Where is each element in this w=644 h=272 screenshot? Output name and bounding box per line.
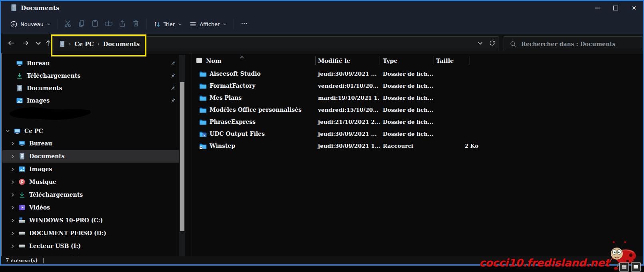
document-icon: [18, 153, 26, 160]
file-rows: Aiseesoft Studiojeudi:30/09/2021 ...Doss…: [193, 68, 643, 152]
chevron-right-icon: [10, 141, 18, 146]
column-separator[interactable]: [380, 56, 380, 65]
share-icon: [118, 19, 126, 29]
plus-circle-icon: [10, 20, 18, 28]
column-header-modifie-le[interactable]: Modifié le: [315, 57, 380, 64]
pin-icon: [170, 73, 176, 79]
sort-button[interactable]: Trier: [150, 18, 186, 30]
more-options-button[interactable]: [237, 17, 251, 31]
delete-button[interactable]: [129, 17, 143, 31]
sidebar-item-windows-10-pro-c[interactable]: WINDOWS 10-PRO (C:): [2, 214, 180, 227]
screen: Documents ✕ Nouveau Trie: [0, 0, 644, 272]
music-icon: [18, 178, 26, 185]
paste-button[interactable]: [88, 17, 102, 31]
sidebar-item-videos[interactable]: Vidéos: [2, 201, 180, 214]
sidebar-item-lecteur-usb-i[interactable]: Lecteur USB (I:): [2, 240, 180, 252]
svg-text:U: U: [203, 133, 205, 136]
close-button[interactable]: ✕: [625, 1, 643, 14]
cut-button[interactable]: [61, 17, 75, 31]
command-toolbar: Nouveau Trier Afficher: [1, 14, 643, 34]
sidebar-item-ce-pc[interactable]: Ce PC: [2, 125, 180, 137]
maximize-button[interactable]: [606, 1, 625, 14]
column-separator[interactable]: [434, 56, 434, 65]
pc-icon: [14, 127, 21, 135]
minimize-button[interactable]: [588, 1, 606, 14]
file-row-modeles-office-personnalises[interactable]: Modèles Office personnalisésvendredi:15/…: [193, 104, 643, 116]
redaction-scribble: [8, 114, 93, 122]
file-type-cell: Dossier de fich...: [380, 107, 434, 113]
column-header-taille[interactable]: Taille: [434, 57, 482, 64]
folder-icon: [199, 119, 207, 125]
share-button[interactable]: [116, 17, 129, 31]
file-row-winstep[interactable]: Winstepjeudi:30/09/2021 1...Raccourci2 K…: [193, 140, 643, 152]
file-name-label: Modèles Office personnalisés: [210, 107, 302, 113]
address-dropdown-button[interactable]: [474, 38, 486, 50]
sidebar-item-telechargements[interactable]: Téléchargements: [2, 69, 180, 82]
copy-button[interactable]: [75, 17, 88, 31]
sidebar-item-label: Bureau: [27, 60, 50, 66]
file-row-formatfactory[interactable]: FormatFactoryvendredi:01/10/20...Dossier…: [193, 80, 643, 92]
file-row-aiseesoft-studio[interactable]: Aiseesoft Studiojeudi:30/09/2021 ...Doss…: [193, 68, 643, 80]
minimize-icon: [595, 8, 600, 8]
file-row-udc-output-files[interactable]: UUDC Output Filesjeudi:30/09/2021 ...Dos…: [193, 128, 643, 140]
window-controls: ✕: [588, 1, 643, 14]
status-divider: |: [43, 258, 44, 263]
chevron-right-icon: [10, 205, 18, 210]
sort-button-label: Trier: [164, 21, 175, 27]
sidebar-item-musique[interactable]: Musique: [2, 175, 180, 188]
chevron-down-icon: [178, 22, 182, 26]
udc-folder-icon: U: [199, 131, 207, 137]
sidebar-item-label: Ce PC: [24, 128, 43, 134]
file-name-cell: PhraseExpress: [193, 119, 315, 125]
back-button[interactable]: [5, 38, 17, 50]
sidebar-item-label: Téléchargements: [27, 73, 80, 79]
scissors-icon: [64, 19, 72, 29]
titlebar: Documents ✕: [1, 1, 643, 14]
toolbar-separator: [58, 19, 58, 29]
sidebar-item-telechargements[interactable]: Téléchargements: [2, 188, 180, 201]
sidebar-item-document-perso-d[interactable]: DOCUMENT PERSO (D:): [2, 227, 180, 240]
sidebar-item-label: Téléchargements: [29, 191, 83, 198]
file-modified-cell: jeudi:30/09/2021 1...: [315, 143, 380, 149]
file-row-mes-plans[interactable]: Mes Plansmardi:19/10/2021 1...Dossier de…: [193, 92, 643, 104]
folder-icon: [199, 83, 207, 89]
sidebar-scrollbar[interactable]: [179, 55, 185, 256]
breadcrumb-highlight-annotation: [51, 34, 146, 56]
images-icon: [16, 97, 23, 104]
window-title: Documents: [21, 4, 60, 12]
column-header-type[interactable]: Type: [380, 57, 434, 64]
icons-view-button[interactable]: [631, 262, 641, 272]
refresh-button[interactable]: [486, 38, 498, 50]
sidebar-item-bureau[interactable]: Bureau: [2, 137, 180, 150]
file-type-cell: Dossier de fich...: [380, 71, 434, 77]
drive-windows-icon: [18, 217, 26, 224]
column-separator[interactable]: [315, 56, 316, 65]
sidebar-item-documents[interactable]: Documents: [2, 150, 180, 163]
display-button[interactable]: Afficher: [186, 18, 230, 30]
images-icon: [18, 165, 26, 173]
rename-icon: [104, 19, 113, 29]
file-row-phraseexpress[interactable]: PhraseExpressjeudi:21/10/2021 2...Dossie…: [193, 116, 643, 128]
pin-icon: [170, 97, 176, 103]
pane-divider[interactable]: [192, 53, 192, 256]
sidebar-item-images[interactable]: Images: [2, 163, 180, 175]
forward-button[interactable]: [19, 38, 31, 50]
download-icon: [18, 191, 26, 198]
file-name-label: Mes Plans: [210, 95, 242, 101]
column-headers: Nom Modifié le Type Taille: [193, 53, 643, 68]
new-button[interactable]: Nouveau: [6, 18, 54, 30]
select-all-checkbox[interactable]: [196, 58, 202, 63]
sidebar-item-bureau[interactable]: Bureau: [2, 57, 180, 69]
rename-button[interactable]: [102, 17, 116, 31]
sidebar-item-documents[interactable]: Documents: [2, 82, 180, 94]
column-separator[interactable]: [470, 56, 470, 65]
chevron-right-icon: [10, 231, 18, 236]
copy-icon: [77, 19, 86, 29]
sidebar-scrollbar-thumb[interactable]: [180, 82, 184, 231]
search-input[interactable]: [520, 40, 642, 48]
sidebar-item-lecteur-usb-j[interactable]: Lecteur USB (J:): [2, 252, 180, 256]
column-header-nom[interactable]: Nom: [193, 57, 315, 64]
sidebar-item-images[interactable]: Images: [2, 94, 180, 107]
file-modified-cell: jeudi:21/10/2021 2...: [315, 119, 380, 125]
details-view-button[interactable]: [619, 262, 629, 272]
